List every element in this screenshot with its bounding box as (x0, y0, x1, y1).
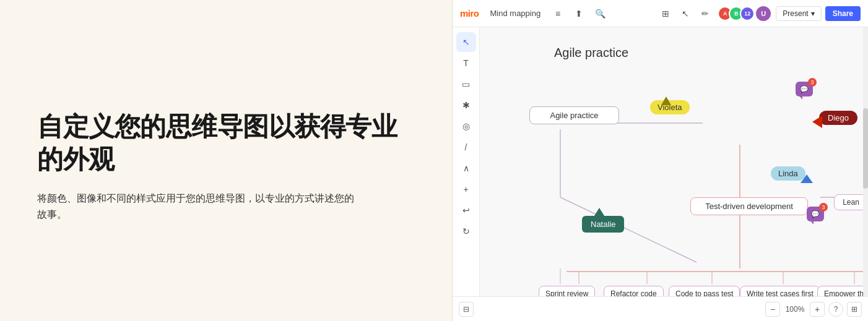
help-button[interactable]: ? (828, 302, 843, 317)
search-icon[interactable]: 🔍 (591, 5, 609, 22)
sticky-tool-button[interactable]: ✱ (456, 95, 476, 115)
comment-count-2: 3 (819, 203, 828, 212)
left-panel: 自定义您的思维导图以获得专业的外观 将颜色、图像和不同的样式应用于您的思维导图，… (0, 0, 452, 321)
user-avatar: U (755, 5, 772, 22)
zoom-level: 100% (784, 305, 806, 314)
natalie-label[interactable]: Natalie (582, 216, 624, 233)
connector-tool-button[interactable]: ∧ (456, 158, 476, 178)
view-icons: ⊞ ↖ ✏ (657, 5, 714, 22)
undo-button[interactable]: ↩ (456, 200, 476, 220)
violeta-arrow-icon (661, 96, 671, 105)
chevron-down-icon: ▾ (811, 9, 815, 18)
comment-count-1: 3 (808, 78, 817, 87)
diego-label[interactable]: Diego (819, 111, 857, 125)
circle-tool-button[interactable]: ◎ (456, 116, 476, 136)
cursor-icon[interactable]: ↖ (677, 5, 694, 22)
miro-topbar: miro Mind mapping ≡ ⬆ 🔍 ⊞ ↖ ✏ A B 12 U P… (453, 0, 868, 27)
avatar-group: A B 12 (718, 6, 755, 21)
sprint-review-label: Sprint review (545, 289, 588, 296)
comment-bubble-1[interactable]: 💬 3 (796, 82, 813, 96)
refactor-code-label: Refactor code (610, 289, 657, 296)
canvas-content: Agile practice Agile practice Test-drive… (480, 27, 868, 296)
redo-button[interactable]: ↻ (456, 221, 476, 241)
topbar-right: ⊞ ↖ ✏ A B 12 U Present ▾ Share (657, 5, 861, 22)
minimap-button[interactable]: ⊞ (847, 302, 862, 317)
pen-icon[interactable]: ✏ (697, 5, 714, 22)
right-scrollbar[interactable] (863, 27, 868, 296)
canvas-title: Agile practice (554, 46, 628, 60)
add-tool-button[interactable]: + (456, 179, 476, 199)
pen-tool-button[interactable]: / (456, 137, 476, 157)
text-tool-button[interactable]: T (456, 53, 476, 73)
root-node[interactable]: Agile practice (529, 106, 619, 124)
diego-arrow-icon (812, 116, 822, 128)
bottom-toolbar: ⊟ − 100% + ? ⊞ (453, 296, 868, 321)
miro-logo: miro (460, 8, 479, 19)
linda-arrow-icon (801, 174, 813, 183)
share-button[interactable]: Share (825, 6, 861, 21)
write-test-cases-label: Write test cases first (747, 289, 814, 296)
connectors-svg (480, 27, 868, 296)
code-to-pass-node[interactable]: Code to pass test (669, 286, 740, 296)
left-toolbar: ↖ T ▭ ✱ ◎ / ∧ + ↩ ↻ (453, 27, 480, 321)
zoom-in-button[interactable]: + (810, 302, 825, 317)
miro-nav-mind-mapping[interactable]: Mind mapping (487, 6, 545, 20)
empower-team-label: Empower the team (824, 289, 868, 296)
sprint-review-node[interactable]: Sprint review (539, 286, 595, 296)
empower-team-node[interactable]: Empower the team (817, 286, 868, 296)
panel-toggle-button[interactable]: ⊟ (459, 302, 474, 317)
export-icon[interactable]: ⬆ (570, 5, 588, 22)
topbar-icons: ≡ ⬆ 🔍 (549, 5, 609, 22)
zoom-controls: − 100% + ? ⊞ (765, 302, 862, 317)
main-title: 自定义您的思维导图以获得专业的外观 (37, 111, 415, 176)
svg-line-2 (560, 197, 697, 262)
grid-icon[interactable]: ⊞ (657, 5, 674, 22)
present-button[interactable]: Present ▾ (776, 6, 821, 21)
zoom-out-button[interactable]: − (765, 302, 780, 317)
tdd-node[interactable]: Test-driven development (690, 197, 808, 215)
shape-tool-button[interactable]: ▭ (456, 74, 476, 94)
refactor-code-node[interactable]: Refactor code (604, 286, 664, 296)
write-test-cases-node[interactable]: Write test cases first (740, 286, 820, 296)
avatar-count: 12 (740, 6, 755, 21)
miro-panel: miro Mind mapping ≡ ⬆ 🔍 ⊞ ↖ ✏ A B 12 U P… (452, 0, 868, 321)
lean-label: Lean (843, 198, 859, 207)
natalie-arrow-icon (593, 208, 605, 218)
hamburger-icon[interactable]: ≡ (549, 5, 566, 22)
select-tool-button[interactable]: ↖ (456, 32, 476, 52)
canvas-area[interactable]: ↖ T ▭ ✱ ◎ / ∧ + ↩ ↻ (453, 27, 868, 321)
code-to-pass-label: Code to pass test (675, 289, 733, 296)
scrollbar-thumb (863, 108, 868, 189)
comment-bubble-2[interactable]: 💬 3 (807, 207, 824, 221)
subtitle: 将颜色、图像和不同的样式应用于您的思维导图，以专业的方式讲述您的故事。 (37, 190, 359, 222)
